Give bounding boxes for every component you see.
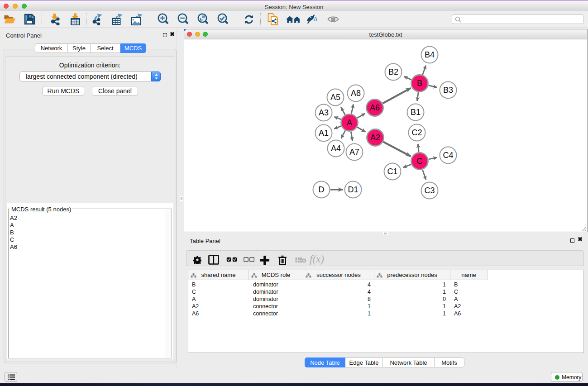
svg-text:A1: A1 (319, 129, 329, 138)
svg-text:A5: A5 (330, 93, 340, 102)
svg-text:B: B (417, 79, 422, 88)
svg-text:B4: B4 (425, 50, 435, 59)
svg-text:C4: C4 (443, 151, 453, 160)
svg-text:C: C (417, 157, 423, 166)
svg-text:C2: C2 (411, 128, 422, 137)
svg-text:C3: C3 (424, 186, 435, 195)
svg-text:A3: A3 (319, 108, 329, 117)
svg-text:A7: A7 (349, 148, 359, 157)
svg-text:A: A (347, 118, 352, 127)
svg-text:B2: B2 (388, 67, 398, 76)
svg-text:C1: C1 (387, 167, 397, 176)
svg-text:A8: A8 (351, 89, 361, 98)
svg-text:D: D (319, 185, 325, 194)
svg-text:B3: B3 (443, 86, 453, 95)
svg-text:B1: B1 (411, 108, 421, 117)
svg-text:A2: A2 (370, 133, 380, 142)
svg-text:A4: A4 (331, 144, 341, 153)
svg-text:A6: A6 (370, 103, 380, 112)
svg-text:D1: D1 (348, 185, 358, 194)
